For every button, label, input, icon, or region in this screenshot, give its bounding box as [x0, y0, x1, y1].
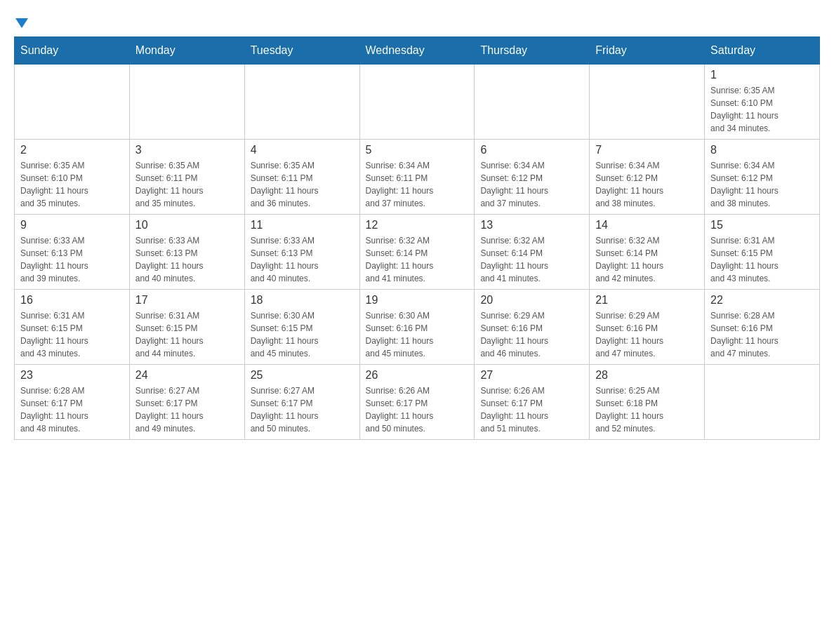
- day-number: 18: [251, 294, 354, 307]
- calendar-table: SundayMondayTuesdayWednesdayThursdayFrid…: [14, 36, 820, 440]
- week-row-4: 16Sunrise: 6:31 AM Sunset: 6:15 PM Dayli…: [15, 290, 820, 365]
- calendar-cell: 24Sunrise: 6:27 AM Sunset: 6:17 PM Dayli…: [129, 365, 244, 440]
- logo: [14, 14, 28, 29]
- week-row-2: 2Sunrise: 6:35 AM Sunset: 6:10 PM Daylig…: [15, 140, 820, 215]
- calendar-cell: 21Sunrise: 6:29 AM Sunset: 6:16 PM Dayli…: [590, 290, 705, 365]
- day-info: Sunrise: 6:34 AM Sunset: 6:12 PM Dayligh…: [710, 159, 814, 210]
- week-row-3: 9Sunrise: 6:33 AM Sunset: 6:13 PM Daylig…: [15, 215, 820, 290]
- day-number: 24: [135, 369, 239, 382]
- day-info: Sunrise: 6:33 AM Sunset: 6:13 PM Dayligh…: [20, 234, 124, 285]
- day-info: Sunrise: 6:32 AM Sunset: 6:14 PM Dayligh…: [595, 234, 699, 285]
- day-info: Sunrise: 6:25 AM Sunset: 6:18 PM Dayligh…: [595, 384, 699, 435]
- day-number: 13: [480, 219, 583, 232]
- day-number: 10: [135, 219, 239, 232]
- day-number: 5: [366, 144, 469, 156]
- day-number: 19: [366, 294, 469, 307]
- page-header: [14, 14, 820, 29]
- day-info: Sunrise: 6:27 AM Sunset: 6:17 PM Dayligh…: [251, 384, 354, 435]
- day-number: 25: [251, 369, 354, 382]
- calendar-cell: 13Sunrise: 6:32 AM Sunset: 6:14 PM Dayli…: [475, 215, 590, 290]
- calendar-cell: [475, 65, 590, 140]
- day-info: Sunrise: 6:32 AM Sunset: 6:14 PM Dayligh…: [366, 234, 469, 285]
- calendar-cell: 19Sunrise: 6:30 AM Sunset: 6:16 PM Dayli…: [359, 290, 475, 365]
- calendar-cell: 27Sunrise: 6:26 AM Sunset: 6:17 PM Dayli…: [475, 365, 590, 440]
- day-info: Sunrise: 6:29 AM Sunset: 6:16 PM Dayligh…: [595, 309, 699, 360]
- day-info: Sunrise: 6:34 AM Sunset: 6:12 PM Dayligh…: [595, 159, 699, 210]
- calendar-cell: 3Sunrise: 6:35 AM Sunset: 6:11 PM Daylig…: [129, 140, 244, 215]
- header-day-thursday: Thursday: [475, 37, 590, 65]
- week-row-1: 1Sunrise: 6:35 AM Sunset: 6:10 PM Daylig…: [15, 65, 820, 140]
- calendar-cell: [129, 65, 244, 140]
- day-info: Sunrise: 6:35 AM Sunset: 6:11 PM Dayligh…: [251, 159, 354, 210]
- day-number: 2: [20, 144, 124, 156]
- day-info: Sunrise: 6:31 AM Sunset: 6:15 PM Dayligh…: [135, 309, 239, 360]
- calendar-cell: 4Sunrise: 6:35 AM Sunset: 6:11 PM Daylig…: [244, 140, 359, 215]
- day-info: Sunrise: 6:26 AM Sunset: 6:17 PM Dayligh…: [480, 384, 583, 435]
- day-number: 1: [710, 69, 814, 81]
- day-number: 3: [135, 144, 239, 156]
- header-row: SundayMondayTuesdayWednesdayThursdayFrid…: [15, 37, 820, 65]
- calendar-cell: 16Sunrise: 6:31 AM Sunset: 6:15 PM Dayli…: [15, 290, 130, 365]
- day-number: 7: [595, 144, 699, 156]
- day-number: 20: [480, 294, 583, 307]
- calendar-cell: [244, 65, 359, 140]
- calendar-cell: 6Sunrise: 6:34 AM Sunset: 6:12 PM Daylig…: [475, 140, 590, 215]
- header-day-wednesday: Wednesday: [359, 37, 475, 65]
- calendar-cell: [359, 65, 475, 140]
- day-info: Sunrise: 6:35 AM Sunset: 6:11 PM Dayligh…: [135, 159, 239, 210]
- day-number: 4: [251, 144, 354, 156]
- day-number: 22: [710, 294, 814, 307]
- calendar-cell: 28Sunrise: 6:25 AM Sunset: 6:18 PM Dayli…: [590, 365, 705, 440]
- day-number: 17: [135, 294, 239, 307]
- header-day-friday: Friday: [590, 37, 705, 65]
- week-row-5: 23Sunrise: 6:28 AM Sunset: 6:17 PM Dayli…: [15, 365, 820, 440]
- calendar-cell: 10Sunrise: 6:33 AM Sunset: 6:13 PM Dayli…: [129, 215, 244, 290]
- day-info: Sunrise: 6:26 AM Sunset: 6:17 PM Dayligh…: [366, 384, 469, 435]
- day-number: 21: [595, 294, 699, 307]
- day-info: Sunrise: 6:33 AM Sunset: 6:13 PM Dayligh…: [251, 234, 354, 285]
- day-info: Sunrise: 6:30 AM Sunset: 6:16 PM Dayligh…: [366, 309, 469, 360]
- day-number: 9: [20, 219, 124, 232]
- day-number: 15: [710, 219, 814, 232]
- calendar-cell: 8Sunrise: 6:34 AM Sunset: 6:12 PM Daylig…: [705, 140, 820, 215]
- header-day-sunday: Sunday: [15, 37, 130, 65]
- day-number: 28: [595, 369, 699, 382]
- day-number: 27: [480, 369, 583, 382]
- calendar-cell: [15, 65, 130, 140]
- calendar-cell: 22Sunrise: 6:28 AM Sunset: 6:16 PM Dayli…: [705, 290, 820, 365]
- header-day-saturday: Saturday: [705, 37, 820, 65]
- calendar-cell: 18Sunrise: 6:30 AM Sunset: 6:15 PM Dayli…: [244, 290, 359, 365]
- calendar-cell: 15Sunrise: 6:31 AM Sunset: 6:15 PM Dayli…: [705, 215, 820, 290]
- calendar-cell: 20Sunrise: 6:29 AM Sunset: 6:16 PM Dayli…: [475, 290, 590, 365]
- calendar-cell: 2Sunrise: 6:35 AM Sunset: 6:10 PM Daylig…: [15, 140, 130, 215]
- calendar-cell: 23Sunrise: 6:28 AM Sunset: 6:17 PM Dayli…: [15, 365, 130, 440]
- day-number: 23: [20, 369, 124, 382]
- calendar-cell: 5Sunrise: 6:34 AM Sunset: 6:11 PM Daylig…: [359, 140, 475, 215]
- calendar-cell: 14Sunrise: 6:32 AM Sunset: 6:14 PM Dayli…: [590, 215, 705, 290]
- calendar-cell: 12Sunrise: 6:32 AM Sunset: 6:14 PM Dayli…: [359, 215, 475, 290]
- calendar-cell: 1Sunrise: 6:35 AM Sunset: 6:10 PM Daylig…: [705, 65, 820, 140]
- day-number: 8: [710, 144, 814, 156]
- day-info: Sunrise: 6:35 AM Sunset: 6:10 PM Dayligh…: [20, 159, 124, 210]
- day-info: Sunrise: 6:28 AM Sunset: 6:16 PM Dayligh…: [710, 309, 814, 360]
- day-number: 12: [366, 219, 469, 232]
- logo-general-line: [14, 14, 28, 32]
- day-info: Sunrise: 6:30 AM Sunset: 6:15 PM Dayligh…: [251, 309, 354, 360]
- calendar-cell: 9Sunrise: 6:33 AM Sunset: 6:13 PM Daylig…: [15, 215, 130, 290]
- day-info: Sunrise: 6:33 AM Sunset: 6:13 PM Dayligh…: [135, 234, 239, 285]
- day-info: Sunrise: 6:35 AM Sunset: 6:10 PM Dayligh…: [710, 84, 814, 135]
- day-info: Sunrise: 6:27 AM Sunset: 6:17 PM Dayligh…: [135, 384, 239, 435]
- calendar-cell: 17Sunrise: 6:31 AM Sunset: 6:15 PM Dayli…: [129, 290, 244, 365]
- day-number: 6: [480, 144, 583, 156]
- day-info: Sunrise: 6:29 AM Sunset: 6:16 PM Dayligh…: [480, 309, 583, 360]
- calendar-cell: 11Sunrise: 6:33 AM Sunset: 6:13 PM Dayli…: [244, 215, 359, 290]
- header-day-monday: Monday: [129, 37, 244, 65]
- day-info: Sunrise: 6:34 AM Sunset: 6:12 PM Dayligh…: [480, 159, 583, 210]
- day-info: Sunrise: 6:34 AM Sunset: 6:11 PM Dayligh…: [366, 159, 469, 210]
- day-info: Sunrise: 6:31 AM Sunset: 6:15 PM Dayligh…: [710, 234, 814, 285]
- day-info: Sunrise: 6:32 AM Sunset: 6:14 PM Dayligh…: [480, 234, 583, 285]
- day-number: 16: [20, 294, 124, 307]
- calendar-cell: [705, 365, 820, 440]
- day-number: 26: [366, 369, 469, 382]
- day-number: 11: [251, 219, 354, 232]
